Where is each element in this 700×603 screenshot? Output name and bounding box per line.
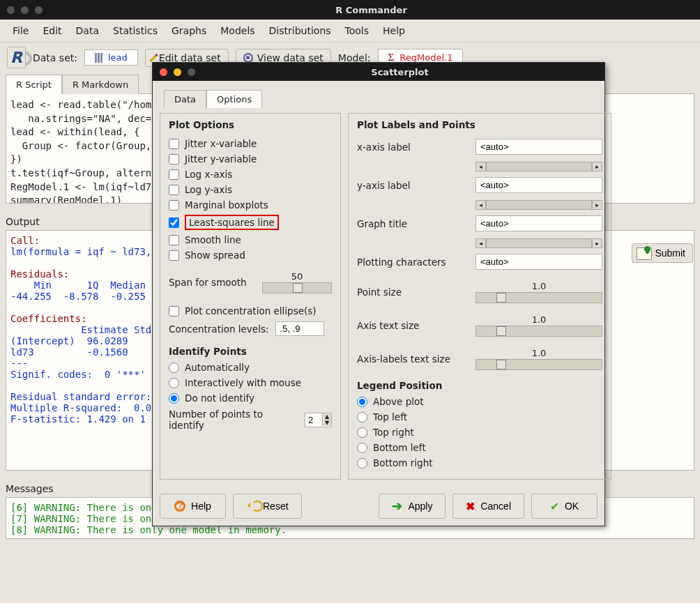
plot-labels-group: Plot Labels and Points x-axis label ◂▸ y… xyxy=(348,113,611,480)
legend-tl-radio[interactable]: Top left xyxy=(357,409,602,425)
apply-button[interactable]: ➔Apply xyxy=(379,494,446,519)
dialog-tab-options[interactable]: Options xyxy=(206,90,262,108)
jitter-y-check[interactable]: Jitter y-variable xyxy=(169,151,332,167)
submit-label: Submit xyxy=(655,247,685,259)
identify-none-label: Do not identify xyxy=(185,392,254,404)
scroll-left-icon[interactable]: ◂ xyxy=(475,162,486,171)
pencil-icon xyxy=(149,53,158,61)
scroll-right-icon[interactable]: ▸ xyxy=(592,238,602,248)
yaxis-input[interactable] xyxy=(475,177,602,193)
smooth-label: Smooth line xyxy=(185,234,241,245)
identify-none-radio[interactable]: Do not identify xyxy=(169,390,332,406)
ellipse-check[interactable]: Plot concentration ellipse(s) xyxy=(169,303,332,319)
dialog-traffic-lights xyxy=(160,68,195,76)
legend-above-radio[interactable]: Above plot xyxy=(357,394,602,409)
pchars-input[interactable] xyxy=(475,254,602,270)
span-label: Span for smooth xyxy=(169,277,255,288)
conc-label: Concentration levels: xyxy=(169,323,268,335)
alsize-value: 1.0 xyxy=(475,348,602,359)
alsize-slider[interactable]: 1.0 xyxy=(475,348,602,370)
identify-title: Identify Points xyxy=(169,346,332,357)
spread-check[interactable]: Show spread xyxy=(169,247,332,263)
dialog-maximize-icon[interactable] xyxy=(188,68,195,76)
dialog-close-icon[interactable] xyxy=(160,68,167,76)
legend-bl-radio[interactable]: Bottom left xyxy=(357,440,602,455)
xaxis-input[interactable] xyxy=(475,139,602,155)
legend-tr-radio[interactable]: Top right xyxy=(357,425,602,440)
menu-tools[interactable]: Tools xyxy=(340,24,375,38)
legend-br-radio[interactable]: Bottom right xyxy=(357,455,602,471)
scroll-right-icon[interactable]: ▸ xyxy=(592,162,602,171)
menu-graphs[interactable]: Graphs xyxy=(166,24,212,38)
menu-models[interactable]: Models xyxy=(215,24,260,38)
ok-icon: ✔ xyxy=(550,500,559,513)
help-button[interactable]: Help xyxy=(160,494,226,519)
identify-inter-label: Interactively with mouse xyxy=(185,377,301,388)
apply-icon: ➔ xyxy=(392,498,402,514)
dialog-tab-data[interactable]: Data xyxy=(164,90,206,108)
yaxis-scroll[interactable]: ◂▸ xyxy=(475,200,602,210)
spin-down-icon[interactable]: ▼ xyxy=(323,420,331,426)
model-name: RegModel.1 xyxy=(400,52,452,63)
dataset-name: lead xyxy=(108,52,128,63)
npts-spinner[interactable]: ▲▼ xyxy=(305,413,332,427)
log-x-label: Log x-axis xyxy=(185,169,232,180)
submit-button[interactable]: Submit xyxy=(632,243,693,263)
alsize-label: Axis-labels text size xyxy=(357,353,469,365)
xaxis-scroll[interactable]: ◂▸ xyxy=(475,162,602,171)
log-y-check[interactable]: Log y-axis xyxy=(169,182,332,197)
menu-distributions[interactable]: Distributions xyxy=(264,24,337,38)
atsize-value: 1.0 xyxy=(475,314,602,326)
span-value: 50 xyxy=(262,271,332,282)
scroll-right-icon[interactable]: ▸ xyxy=(592,200,602,210)
menu-data[interactable]: Data xyxy=(70,24,105,38)
scroll-left-icon[interactable]: ◂ xyxy=(475,200,486,210)
ok-button[interactable]: ✔OK xyxy=(531,494,598,519)
npts-input[interactable] xyxy=(305,413,322,427)
maximize-icon[interactable] xyxy=(35,6,43,14)
r-logo: R xyxy=(7,47,26,68)
legend-tl-label: Top left xyxy=(373,411,407,422)
yaxis-label: y-axis label xyxy=(357,180,469,191)
smooth-check[interactable]: Smooth line xyxy=(169,232,332,247)
tab-rmarkdown[interactable]: R Markdown xyxy=(62,75,139,94)
conc-input[interactable] xyxy=(275,321,324,336)
identify-inter-radio[interactable]: Interactively with mouse xyxy=(169,375,332,390)
psize-label: Point size xyxy=(357,287,469,298)
span-slider[interactable]: 50 xyxy=(262,271,332,293)
menu-edit[interactable]: Edit xyxy=(37,24,67,38)
log-x-check[interactable]: Log x-axis xyxy=(169,167,332,182)
spin-up-icon[interactable]: ▲ xyxy=(323,413,331,420)
dialog-minimize-icon[interactable] xyxy=(174,68,181,76)
menu-help[interactable]: Help xyxy=(377,24,411,38)
spread-label: Show spread xyxy=(185,250,245,261)
scroll-left-icon[interactable]: ◂ xyxy=(475,238,486,248)
help-icon xyxy=(174,501,185,512)
minimize-icon[interactable] xyxy=(21,6,29,14)
gtitle-scroll[interactable]: ◂▸ xyxy=(475,238,602,248)
jitter-x-check[interactable]: Jitter x-variable xyxy=(169,136,332,151)
menu-file[interactable]: File xyxy=(7,24,34,38)
ellipse-label: Plot concentration ellipse(s) xyxy=(185,305,317,316)
marginal-check[interactable]: Marginal boxplots xyxy=(169,197,332,213)
plot-labels-title: Plot Labels and Points xyxy=(357,119,602,130)
atsize-slider[interactable]: 1.0 xyxy=(475,314,602,337)
cancel-button[interactable]: ✖Cancel xyxy=(452,494,524,519)
psize-slider[interactable]: 1.0 xyxy=(475,281,602,303)
menu-statistics[interactable]: Statistics xyxy=(107,24,163,38)
log-y-label: Log y-axis xyxy=(185,184,232,195)
marginal-label: Marginal boxplots xyxy=(185,199,268,211)
identify-auto-radio[interactable]: Automatically xyxy=(169,360,332,375)
lsq-check[interactable]: Least-squares line xyxy=(169,213,332,232)
gtitle-input[interactable] xyxy=(475,215,602,231)
legend-above-label: Above plot xyxy=(373,396,424,407)
npts-label: Number of points to identify xyxy=(169,409,298,431)
legend-bl-label: Bottom left xyxy=(373,442,426,453)
close-icon[interactable] xyxy=(7,6,15,14)
reset-button[interactable]: Reset xyxy=(233,494,302,519)
dataset-selector[interactable]: lead xyxy=(84,49,138,66)
cancel-icon: ✖ xyxy=(466,500,475,513)
legend-tr-label: Top right xyxy=(373,427,414,438)
plot-options-group: Plot Options Jitter x-variable Jitter y-… xyxy=(160,113,341,480)
tab-rscript[interactable]: R Script xyxy=(6,75,62,94)
